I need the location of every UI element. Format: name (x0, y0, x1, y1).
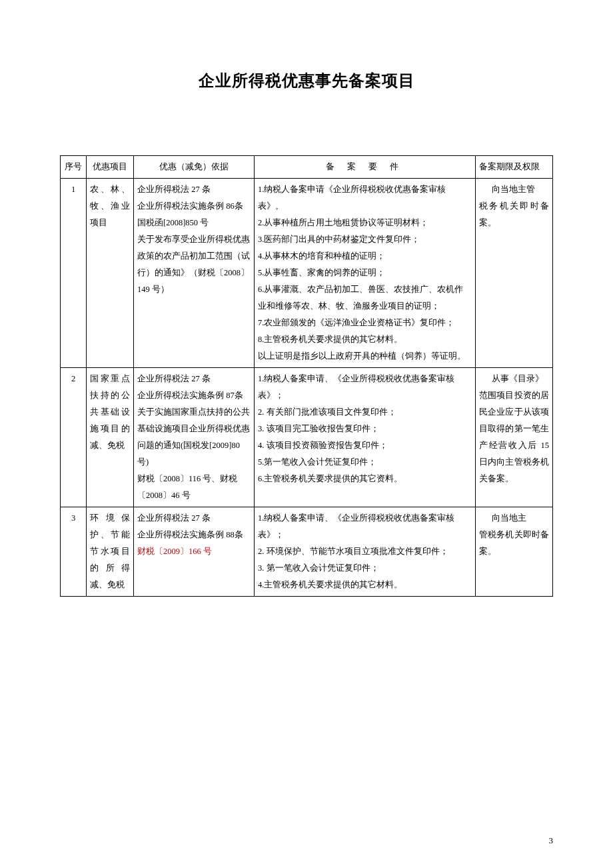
cell-item: 国家重点扶持的公共基础设施项目的减、免税 (87, 368, 134, 507)
table-row: 3 环境保护、节能节水项目的所得减、免税 企业所得税法 27 条企业所得税法实施… (61, 507, 553, 597)
cell-index: 2 (61, 368, 87, 507)
header-requirements: 备 案 要 件 (255, 156, 476, 179)
table-row: 1 农、林、牧、渔业项目 企业所得税法 27 条企业所得税法实施条例 86条国税… (61, 179, 553, 368)
cell-index: 3 (61, 507, 87, 597)
page-title: 企业所得税优惠事先备案项目 (60, 67, 553, 95)
header-basis: 优惠（减免）依据 (134, 156, 255, 179)
period-first: 向当地主 (479, 510, 549, 527)
basis-plain: 企业所得税法 27 条企业所得税法实施条例 88条 (137, 513, 243, 539)
cell-req: 1.纳税人备案申请《企业所得税税收优惠备案审核表》。2.从事种植所占用土地租赁协… (255, 179, 476, 368)
period-rest: 范围项目投资的居民企业应于从该项目取得的第一笔生产经营收入后 15 日内向主管税… (479, 391, 549, 483)
cell-period: 向当地主管税务机关即时备案。 (476, 179, 553, 368)
table-row: 2 国家重点扶持的公共基础设施项目的减、免税 企业所得税法 27 条企业所得税法… (61, 368, 553, 507)
cell-period: 向当地主管税务机关即时备案。 (476, 507, 553, 597)
cell-period: 从事《目录》范围项目投资的居民企业应于从该项目取得的第一笔生产经营收入后 15 … (476, 368, 553, 507)
period-first: 向当地主管 (479, 181, 549, 198)
header-item: 优惠项目 (87, 156, 134, 179)
basis-red: 财税〔2009〕166 号 (137, 547, 212, 556)
cell-req: 1.纳税人备案申请、《企业所得税税收优惠备案审核表》；2. 环境保护、节能节水项… (255, 507, 476, 597)
header-period: 备案期限及权限 (476, 156, 553, 179)
cell-req: 1.纳税人备案申请、《企业所得税税收优惠备案审核表》；2. 有关部门批准该项目文… (255, 368, 476, 507)
cell-basis: 企业所得税法 27 条企业所得税法实施条例 88条 财税〔2009〕166 号 (134, 507, 255, 597)
period-rest: 税务机关即时备案。 (479, 201, 549, 227)
cell-item: 农、林、牧、渔业项目 (87, 179, 134, 368)
period-rest: 管税务机关即时备案。 (479, 530, 549, 556)
cell-item: 环境保护、节能节水项目的所得减、免税 (87, 507, 134, 597)
cell-index: 1 (61, 179, 87, 368)
filing-table: 序号 优惠项目 优惠（减免）依据 备 案 要 件 备案期限及权限 1 农、林、牧… (60, 155, 553, 597)
cell-basis: 企业所得税法 27 条企业所得税法实施条例 87条关于实施国家重点扶持的公共基础… (134, 368, 255, 507)
cell-basis: 企业所得税法 27 条企业所得税法实施条例 86条国税函[2008]850 号关… (134, 179, 255, 368)
period-first: 从事《目录》 (479, 371, 549, 387)
header-index: 序号 (61, 156, 87, 179)
